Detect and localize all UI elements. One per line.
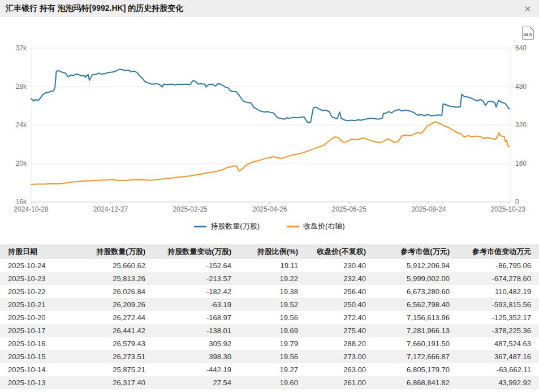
svg-text:2024-12-27: 2024-12-27 xyxy=(93,205,128,213)
table-row: 2025-10-1526,273.51398.3019.56273.007,17… xyxy=(0,350,539,363)
svg-text:20k: 20k xyxy=(16,160,27,167)
cell-value: -168.97 xyxy=(149,313,235,322)
cell-value: 43,992.92 xyxy=(453,378,534,387)
cell-value: 263.00 xyxy=(301,365,369,374)
column-header: 参考市值变动万元 xyxy=(453,247,534,257)
cell-value: -213.57 xyxy=(149,274,235,283)
xls-fold-corner xyxy=(530,27,534,31)
cell-value: 7,660,191.50 xyxy=(369,339,453,348)
table-row: 2025-10-1326,317.4027.5419.60261.006,868… xyxy=(0,376,539,389)
cell-date: 2025-10-24 xyxy=(5,261,58,270)
svg-text:2025-08-24: 2025-08-24 xyxy=(411,205,446,213)
svg-text:24k: 24k xyxy=(16,121,27,129)
cell-value: 19.69 xyxy=(235,326,301,335)
cell-date: 2025-10-20 xyxy=(5,313,58,322)
svg-text:640: 640 xyxy=(515,44,527,52)
cell-value: 7,156,613.96 xyxy=(369,313,453,322)
cell-value: 19.79 xyxy=(235,339,301,348)
cell-value: 25,875.21 xyxy=(58,365,149,374)
cell-date: 2025-10-15 xyxy=(5,352,58,361)
cell-value: -593,815.56 xyxy=(453,300,534,309)
cell-value: 25,813.26 xyxy=(58,274,149,283)
dialog-title: 汇丰银行 持有 泡泡玛特[9992.HK] 的历史持股变化 xyxy=(6,3,183,14)
cell-date: 2025-10-17 xyxy=(5,326,58,335)
cell-value: 26,272.44 xyxy=(58,313,149,322)
close-price-line-swatch xyxy=(287,226,299,227)
cell-date: 2025-10-14 xyxy=(5,365,58,374)
cell-value: 272.40 xyxy=(301,313,369,322)
cell-value: 250.40 xyxy=(301,300,369,309)
holdings-dialog: 16k20k24k28k32k01603204806402024-10-2820… xyxy=(0,0,539,392)
cell-value: 25,660.62 xyxy=(58,261,149,270)
cell-value: 19.60 xyxy=(235,378,301,387)
cell-value: 19.56 xyxy=(235,352,301,361)
table-row: 2025-10-1626,579.43305.9219.79288.207,66… xyxy=(0,337,539,350)
cell-value: 19.11 xyxy=(235,261,301,270)
cell-value: -442.19 xyxy=(149,365,235,374)
svg-text:2025-06-25: 2025-06-25 xyxy=(332,205,367,213)
legend-item-close-price[interactable]: 收盘价(右轴) xyxy=(287,221,345,231)
column-header: 持股数量(万股) xyxy=(58,247,149,257)
shares-line-swatch xyxy=(194,226,206,227)
export-xls-button[interactable]: XLS xyxy=(522,27,534,40)
svg-text:160: 160 xyxy=(515,160,527,167)
cell-value: 26,273.51 xyxy=(58,352,149,361)
svg-text:28k: 28k xyxy=(16,83,27,91)
cell-date: 2025-10-16 xyxy=(5,339,58,348)
svg-text:2025-02-25: 2025-02-25 xyxy=(173,205,208,213)
cell-value: 5,912,206.94 xyxy=(369,261,453,270)
cell-date: 2025-10-21 xyxy=(5,300,58,309)
cell-value: 261.00 xyxy=(301,378,369,387)
svg-text:480: 480 xyxy=(515,83,527,91)
cell-value: 6,805,179.70 xyxy=(369,365,453,374)
dialog-titlebar: 汇丰银行 持有 泡泡玛特[9992.HK] 的历史持股变化 ✕ xyxy=(0,0,539,17)
holdings-chart[interactable]: 16k20k24k28k32k01603204806402024-10-2820… xyxy=(0,0,539,238)
cell-value: -152.64 xyxy=(149,261,235,270)
table-row: 2025-10-2425,660.62-152.6419.11230.405,9… xyxy=(0,259,539,272)
cell-date: 2025-10-13 xyxy=(5,378,58,387)
cell-value: 256.40 xyxy=(301,287,369,296)
cell-value: 6,868,841.82 xyxy=(369,378,453,387)
table-row: 2025-10-2325,813.26-213.5719.22232.405,9… xyxy=(0,272,539,285)
cell-date: 2025-10-22 xyxy=(5,287,58,296)
cell-value: 5,999,002.00 xyxy=(369,274,453,283)
svg-text:2024-10-28: 2024-10-28 xyxy=(14,205,49,213)
table-row: 2025-10-1726,441.42-138.0119.69275.407,2… xyxy=(0,324,539,337)
svg-text:0: 0 xyxy=(515,198,519,206)
table-header-row: 持股日期持股数量(万股)持股数量变动(万股)持股比例(%)收盘价(不复权)参考市… xyxy=(0,244,539,259)
cell-value: 487,524.63 xyxy=(453,339,534,348)
holdings-table: 持股日期持股数量(万股)持股数量变动(万股)持股比例(%)收盘价(不复权)参考市… xyxy=(0,244,539,392)
svg-text:2025-10-23: 2025-10-23 xyxy=(491,205,526,213)
cell-value: 26,441.42 xyxy=(58,326,149,335)
cell-value: -63.19 xyxy=(149,300,235,309)
close-icon[interactable]: ✕ xyxy=(524,5,531,13)
cell-value: 7,172,666.87 xyxy=(369,352,453,361)
cell-value: 398.30 xyxy=(149,352,235,361)
svg-text:320: 320 xyxy=(515,121,527,129)
cell-value: -674,278.60 xyxy=(453,274,534,283)
chart-legend: 持股数量(万股) 收盘价(右轴) xyxy=(0,221,539,231)
svg-text:2025-04-26: 2025-04-26 xyxy=(252,205,287,213)
column-header: 持股数量变动(万股) xyxy=(149,247,235,257)
svg-text:16k: 16k xyxy=(16,198,27,206)
cell-value: 26,579.43 xyxy=(58,339,149,348)
cell-value: 288.20 xyxy=(301,339,369,348)
cell-value: 6,673,280.60 xyxy=(369,287,453,296)
cell-value: 27.54 xyxy=(149,378,235,387)
cell-value: 26,026.84 xyxy=(58,287,149,296)
table-row: 2025-10-2226,026.84-182.4219.38256.406,6… xyxy=(0,285,539,298)
cell-value: -125,352.17 xyxy=(453,313,534,322)
legend-label-shares: 持股数量(万股) xyxy=(210,221,260,231)
column-header: 持股比例(%) xyxy=(235,247,301,257)
cell-value: 19.52 xyxy=(235,300,301,309)
cell-value: 19.27 xyxy=(235,365,301,374)
cell-value: 26,317.40 xyxy=(58,378,149,387)
cell-value: 26,209.26 xyxy=(58,300,149,309)
legend-label-close-price: 收盘价(右轴) xyxy=(303,221,345,231)
cell-value: 232.40 xyxy=(301,274,369,283)
legend-item-shares[interactable]: 持股数量(万股) xyxy=(194,221,260,231)
cell-value: 367,487.16 xyxy=(453,352,534,361)
cell-value: -182.42 xyxy=(149,287,235,296)
cell-value: 230.40 xyxy=(301,261,369,270)
cell-value: 273.00 xyxy=(301,352,369,361)
